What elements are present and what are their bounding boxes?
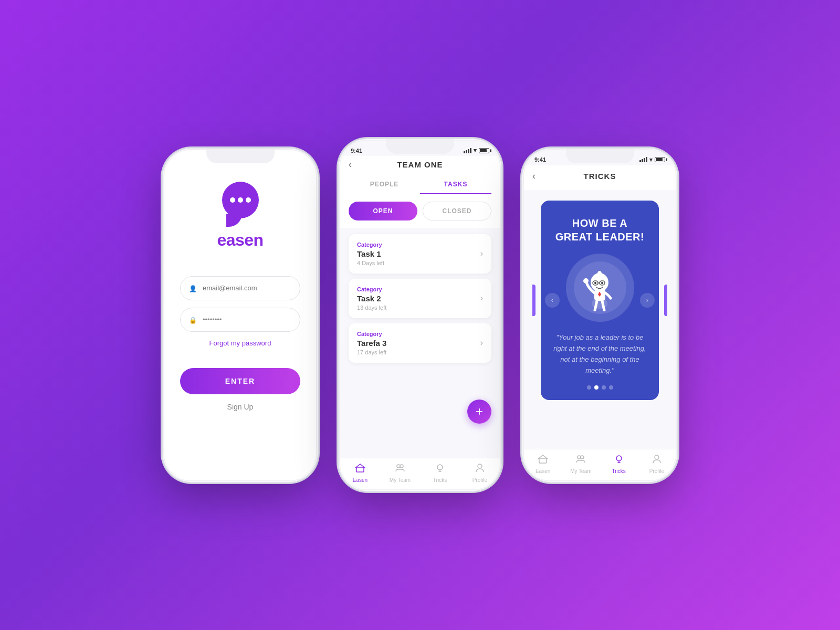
card-quote: "Your job as a leader is to be right at …: [551, 332, 648, 376]
fab-add-task[interactable]: [467, 400, 491, 424]
signal-bar-4: [470, 148, 471, 153]
battery-icon-tricks: [655, 157, 665, 162]
nav-item-profile-tricks[interactable]: Profile: [638, 454, 676, 474]
home-icon-tricks: [538, 454, 548, 467]
nav-item-profile-tasks[interactable]: Profile: [460, 463, 500, 483]
battery-icon: [479, 148, 489, 153]
task-3-category: Category: [357, 331, 386, 337]
home-icon: [355, 463, 365, 476]
card-dot-3[interactable]: [609, 385, 613, 390]
card-dots: [587, 385, 613, 390]
task-card-2-content: Category Task 2 13 days left: [357, 286, 386, 311]
status-time: 9:41: [351, 148, 362, 154]
notch-tricks: [566, 149, 634, 163]
task-1-chevron-icon: ›: [480, 249, 483, 258]
signup-link[interactable]: Sign Up: [227, 403, 254, 411]
tasks-screen: 9:41 ▾: [340, 141, 500, 489]
task-3-chevron-icon: ›: [480, 338, 483, 348]
nav-item-myteam-tasks[interactable]: My Team: [380, 463, 420, 483]
task-3-days: 17 days left: [357, 349, 386, 355]
tab-people[interactable]: PEOPLE: [349, 174, 420, 194]
logo-dot-3: [246, 197, 251, 203]
svg-point-21: [655, 455, 659, 459]
logo-bubble: [222, 182, 259, 218]
filter-open[interactable]: OPEN: [349, 202, 417, 220]
nav-bar-tasks: ‹ TEAM ONE: [349, 156, 491, 174]
nav-label-profile-tasks: Profile: [472, 477, 487, 483]
filter-closed[interactable]: CLOSED: [423, 202, 491, 220]
email-field-wrapper[interactable]: [180, 276, 300, 300]
side-bar-right: [664, 285, 667, 316]
task-card-2[interactable]: Category Task 2 13 days left ›: [349, 279, 491, 318]
mascot-svg: [580, 264, 620, 311]
logo-dot-2: [238, 197, 243, 203]
svg-point-16: [583, 278, 589, 284]
svg-point-0: [479, 410, 480, 411]
svg-point-5: [478, 464, 482, 468]
nav-item-myteam-tricks[interactable]: My Team: [562, 454, 600, 474]
task-1-days: 4 Days left: [357, 260, 384, 266]
back-button-tasks[interactable]: ‹: [349, 159, 352, 170]
task-card-1-content: Category Task 1 4 Days left: [357, 242, 384, 266]
password-input[interactable]: [203, 316, 291, 323]
enter-button[interactable]: ENTER: [180, 368, 300, 394]
filter-row: OPEN CLOSED: [340, 194, 500, 228]
logo-tail: [226, 214, 242, 227]
card-container: ‹ › HOW BE AGREAT LEADER!: [532, 194, 667, 406]
card-dot-2[interactable]: [602, 385, 606, 390]
tab-tasks[interactable]: TASKS: [420, 174, 491, 194]
svg-point-20: [616, 456, 622, 461]
card-dot-0[interactable]: [587, 385, 591, 390]
task-2-chevron-icon: ›: [480, 293, 483, 303]
nav-item-tricks-tasks[interactable]: Tricks: [420, 463, 460, 483]
svg-point-14: [594, 282, 596, 284]
nav-label-easen-tricks: Easen: [536, 468, 550, 474]
task-1-name: Task 1: [357, 249, 384, 258]
card-heading: HOW BE AGREAT LEADER!: [555, 216, 644, 244]
svg-rect-17: [539, 458, 547, 463]
user-icon: [189, 284, 197, 292]
phones-container: easen Forgot my password ENTER Sign Up: [163, 139, 677, 491]
nav-item-easen-tricks[interactable]: Easen: [524, 454, 562, 474]
svg-point-18: [578, 456, 581, 459]
task-card-1[interactable]: Category Task 1 4 Days left ›: [349, 234, 491, 274]
forgot-password-link[interactable]: Forgot my password: [209, 339, 271, 347]
signal-icon-tricks: [639, 157, 647, 162]
status-icons: ▾: [464, 147, 489, 154]
tricks-icon-active: [614, 454, 624, 467]
tasks-screen-title: TEAM ONE: [397, 160, 443, 169]
card-dot-1[interactable]: [594, 385, 598, 390]
svg-rect-1: [356, 467, 364, 472]
password-field-wrapper[interactable]: [180, 308, 300, 332]
task-1-category: Category: [357, 242, 384, 248]
task-3-name: Tarefa 3: [357, 339, 386, 348]
mascot-inner: [574, 261, 626, 314]
wifi-icon-tricks: ▾: [649, 156, 653, 163]
bottom-nav-tricks: Easen My Team: [524, 449, 676, 480]
logo-dots: [230, 197, 251, 203]
status-icons-tricks: ▾: [639, 156, 665, 163]
task-2-category: Category: [357, 286, 386, 292]
back-button-tricks[interactable]: ‹: [532, 171, 536, 182]
card-prev-button[interactable]: ‹: [545, 293, 560, 308]
nav-item-easen-tasks[interactable]: Easen: [340, 463, 380, 483]
nav-item-tricks-active[interactable]: Tricks: [600, 454, 638, 474]
signal-icon: [464, 148, 471, 153]
email-input[interactable]: [203, 284, 291, 292]
svg-point-3: [400, 465, 403, 468]
tricks-spacer: [524, 411, 676, 449]
lock-icon: [189, 316, 197, 324]
battery-fill: [480, 149, 487, 152]
team-icon: [395, 463, 405, 476]
card-next-button[interactable]: ›: [640, 293, 655, 308]
tricks-nav: ‹ TRICKS: [532, 170, 667, 185]
nav-label-tricks-active: Tricks: [612, 468, 625, 474]
task-2-days: 13 days left: [357, 304, 386, 311]
app-name: easen: [217, 230, 263, 250]
team-icon-tricks: [575, 454, 586, 467]
status-time-tricks: 9:41: [534, 156, 546, 163]
task-card-3[interactable]: Category Tarefa 3 17 days left ›: [349, 323, 491, 363]
tricks-header: ‹ TRICKS: [524, 165, 676, 190]
notch: [206, 149, 275, 163]
signal-bar-1: [464, 151, 465, 153]
